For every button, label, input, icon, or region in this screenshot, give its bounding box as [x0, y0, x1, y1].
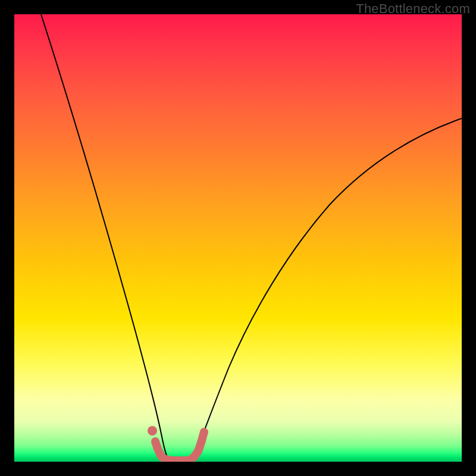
curve-left-branch — [41, 14, 169, 461]
marker-left-dot — [148, 426, 157, 436]
curve-right-branch — [193, 118, 462, 461]
watermark-text: TheBottleneck.com — [356, 1, 470, 17]
valley-highlight — [155, 432, 204, 461]
chart-plot-area — [14, 14, 462, 462]
chart-overlay-svg — [14, 14, 462, 462]
